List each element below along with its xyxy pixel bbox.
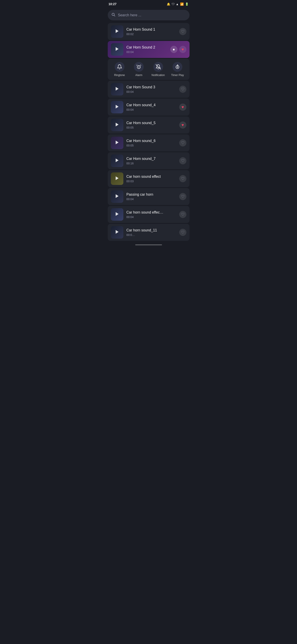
sound-actions-car-horn-1: ♡ (179, 28, 186, 35)
action-menu: Ringtone Alarm Notification (108, 59, 190, 80)
heart-icon-car-horn-7: ♡ (181, 158, 185, 163)
sound-actions-car-horn-effect: ♡ (179, 175, 186, 182)
sound-info-car-horn-7: Car Horn sound_700:16 (126, 157, 176, 165)
alarm-icon-wrap (134, 62, 144, 72)
sound-item-car-horn-6[interactable]: Car Horn sound_600:05♡ (108, 134, 190, 152)
play-icon-car-horn-7 (115, 158, 120, 164)
play-icon-car-horn-2 (115, 46, 120, 52)
stop-button-car-horn-2[interactable]: ■ (170, 46, 177, 53)
sound-title-car-horn-7: Car Horn sound_7 (126, 157, 176, 161)
search-bar[interactable]: Search here ... (108, 10, 190, 20)
action-item-alarm[interactable]: Alarm (129, 62, 149, 77)
favorite-button-car-horn-6[interactable]: ♡ (179, 139, 186, 146)
action-item-ringtone[interactable]: Ringtone (110, 62, 129, 77)
svg-marker-14 (116, 122, 118, 126)
sound-info-car-horn-11: Car horn sound_1100:0… (126, 228, 176, 236)
thumbnail-car-horn-7 (111, 154, 123, 167)
thumbnail-car-horn-effect (111, 172, 123, 185)
sound-actions-car-horn-3: ♡ (179, 86, 186, 93)
thumbnail-car-horn-1 (111, 25, 123, 38)
play-icon-car-horn-effect (115, 176, 120, 182)
sound-actions-car-horn-6: ♡ (179, 139, 186, 146)
favorite-button-car-horn-effect[interactable]: ♡ (179, 175, 186, 182)
heart-icon-car-horn-6: ♡ (181, 140, 185, 145)
play-icon-passing-car-horn (115, 194, 120, 200)
sound-item-car-horn-11[interactable]: Car horn sound_1100:0…♡ (108, 224, 190, 241)
sound-duration-car-horn-effect-2: 00:04 (126, 215, 176, 219)
svg-marker-19 (116, 212, 118, 216)
favorite-button-car-horn-3[interactable]: ♡ (179, 86, 186, 93)
sound-actions-car-horn-4: ♥ (179, 104, 186, 111)
cellular-icon: 📶 (180, 2, 184, 6)
wifi-icon: ▲ (176, 2, 179, 6)
sound-duration-car-horn-11: 00:0… (126, 233, 176, 236)
thumbnail-car-horn-6 (111, 137, 123, 149)
sound-title-car-horn-2: Car Horn Sound 2 (126, 46, 167, 50)
sound-item-car-horn-3[interactable]: Car Horn Sound 300:04♡ (108, 81, 190, 98)
sound-info-car-horn-6: Car Horn sound_600:05 (126, 139, 176, 147)
sound-info-car-horn-1: Car Horn Sound 100:02 (126, 28, 176, 36)
heart-icon-car-horn-3: ♡ (181, 87, 185, 92)
svg-marker-2 (116, 29, 118, 33)
sound-item-car-horn-4[interactable]: Car Horn sound_400:04♥ (108, 98, 190, 116)
notification-label: Notification (152, 74, 165, 77)
thumbnail-car-horn-4 (111, 101, 123, 113)
sound-info-car-horn-effect: Car horn sound effect00:03 (126, 175, 176, 183)
favorite-button-car-horn-1[interactable]: ♡ (179, 28, 186, 35)
svg-line-7 (137, 65, 137, 66)
sound-duration-passing-car-horn: 00:04 (126, 198, 176, 201)
svg-marker-18 (116, 194, 118, 198)
notification-icon: 🔔 (167, 2, 170, 6)
sound-duration-car-horn-6: 00:05 (126, 144, 176, 147)
svg-line-9 (156, 64, 161, 69)
favorite-button-car-horn-effect-2[interactable]: ♡ (179, 211, 186, 218)
svg-marker-15 (116, 140, 118, 144)
sound-duration-car-horn-7: 00:16 (126, 162, 176, 165)
sound-info-car-horn-5: Car Horn sound_500:05 (126, 121, 176, 129)
play-icon-car-horn-1 (115, 28, 120, 35)
sound-actions-passing-car-horn: ♡ (179, 193, 186, 200)
favorite-button-passing-car-horn[interactable]: ♡ (179, 193, 186, 200)
sound-item-car-horn-effect[interactable]: Car horn sound effect00:03♡ (108, 170, 190, 187)
svg-marker-13 (116, 105, 118, 108)
favorite-button-car-horn-4[interactable]: ♥ (179, 104, 186, 111)
sound-title-car-horn-6: Car Horn sound_6 (126, 139, 176, 143)
svg-marker-12 (116, 87, 118, 90)
sound-duration-car-horn-3: 00:04 (126, 90, 176, 94)
notification-icon-wrap (153, 62, 163, 72)
sound-title-car-horn-4: Car Horn sound_4 (126, 103, 176, 107)
thumbnail-car-horn-2 (111, 43, 123, 56)
thumbnail-car-horn-3 (111, 83, 123, 96)
sound-item-car-horn-2[interactable]: Car Horn Sound 200:04■♥ (108, 41, 190, 58)
status-time: 10:27 (109, 2, 117, 6)
heart-icon-car-horn-5: ♥ (181, 123, 184, 128)
search-input[interactable]: Search here ... (118, 13, 186, 17)
sound-info-car-horn-effect-2: Car horn sound effec…00:04 (126, 210, 176, 219)
sound-title-car-horn-effect-2: Car horn sound effec… (126, 210, 176, 214)
favorite-button-car-horn-11[interactable]: ♡ (179, 229, 186, 236)
play-icon-car-horn-effect-2 (115, 212, 120, 218)
status-bar: 10:27 🔔 🛡 ▲ 📶 🔋 (105, 0, 192, 8)
svg-marker-20 (116, 230, 118, 234)
timer-play-icon-wrap (173, 62, 182, 72)
sound-title-car-horn-11: Car horn sound_11 (126, 228, 176, 232)
sound-item-car-horn-1[interactable]: Car Horn Sound 100:02♡ (108, 23, 190, 40)
sound-duration-car-horn-4: 00:04 (126, 108, 176, 111)
sound-item-car-horn-5[interactable]: Car Horn sound_500:05♥ (108, 116, 190, 134)
heart-icon-car-horn-effect-2: ♡ (181, 212, 185, 217)
sound-item-car-horn-effect-2[interactable]: Car horn sound effec…00:04♡ (108, 206, 190, 223)
sound-item-car-horn-7[interactable]: Car Horn sound_700:16♡ (108, 152, 190, 169)
action-item-notification[interactable]: Notification (149, 62, 168, 77)
favorite-button-car-horn-5[interactable]: ♥ (179, 122, 186, 128)
sound-title-car-horn-5: Car Horn sound_5 (126, 121, 176, 125)
favorite-button-car-horn-7[interactable]: ♡ (179, 157, 186, 164)
thumbnail-car-horn-effect-2 (111, 208, 123, 221)
thumbnail-passing-car-horn (111, 190, 123, 203)
home-indicator (135, 244, 162, 245)
sound-title-car-horn-1: Car Horn Sound 1 (126, 28, 176, 32)
favorite-button-car-horn-2[interactable]: ♥ (179, 46, 186, 53)
action-item-timer-play[interactable]: Timer Play (168, 62, 187, 77)
stop-icon: ■ (173, 48, 175, 51)
svg-line-8 (140, 65, 141, 66)
sound-item-passing-car-horn[interactable]: Passing car horn00:04♡ (108, 188, 190, 205)
